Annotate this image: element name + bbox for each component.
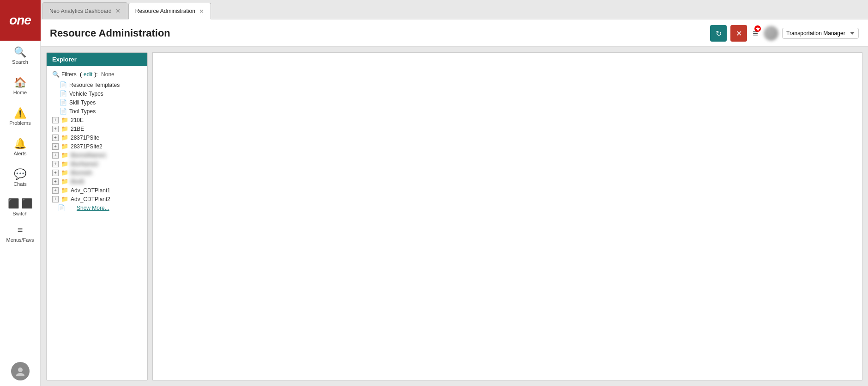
doc-icon: 📄: [60, 81, 67, 88]
refresh-icon: ↻: [716, 29, 722, 38]
filter-edit-open: (: [78, 71, 82, 78]
tree-item-show-more[interactable]: 📄 Show More...: [48, 203, 145, 212]
filter-value: None: [101, 71, 115, 78]
sidebar-item-home[interactable]: 🏠 Home: [0, 71, 40, 102]
sidebar-item-problems[interactable]: ⚠️ Problems: [0, 102, 40, 132]
expand-icon-blurred-4[interactable]: +: [52, 178, 59, 185]
tree-label-28371psite2: 28371PSite2: [71, 143, 102, 150]
expand-icon-blurred-2[interactable]: +: [52, 161, 59, 167]
svg-marker-2: [756, 27, 760, 31]
sidebar-label-chats: Chats: [13, 181, 27, 187]
tree-label-blurred-2: BlurName2: [71, 161, 98, 167]
user-select-wrap: Transportation Manager: [764, 26, 859, 41]
app-logo[interactable]: one: [0, 0, 41, 41]
tree-item-blurred-1[interactable]: + 📁 BlurredName1: [48, 151, 145, 159]
tree-label-blurred-1: BlurredName1: [71, 152, 106, 159]
close-button[interactable]: ✕: [730, 25, 747, 42]
page-title: Resource Administration: [50, 27, 170, 39]
switch-icon-right: ⬛: [21, 198, 33, 209]
tree-item-blurred-4[interactable]: + 📁 BlurB: [48, 177, 145, 186]
tree-label-vehicle-types: Vehicle Types: [69, 91, 103, 97]
expand-icon-28371psite[interactable]: +: [52, 135, 59, 141]
expand-icon-adv-cdtplant1[interactable]: +: [52, 187, 59, 194]
doc-icon-tool: 📄: [60, 108, 67, 115]
content-header: Resource Administration ↻ ✕ ≡ Transporta…: [41, 19, 868, 47]
folder-icon-blurred-4: 📁: [61, 178, 68, 185]
tree-label-adv-cdtplant1: Adv_CDTPlant1: [71, 187, 110, 194]
folder-icon-blurred-1: 📁: [61, 152, 68, 159]
folder-icon-adv-cdtplant1: 📁: [61, 187, 68, 194]
sidebar-label-home: Home: [13, 90, 27, 95]
main-area: Neo Analytics Dashboard ✕ Resource Admin…: [41, 0, 868, 386]
expand-icon-28371psite2[interactable]: +: [52, 143, 59, 150]
filter-edit-close: ):: [94, 71, 99, 78]
tab-neo-analytics-close[interactable]: ✕: [115, 8, 121, 14]
tree-item-28371psite[interactable]: + 📁 28371PSite: [48, 133, 145, 142]
refresh-button[interactable]: ↻: [710, 25, 727, 42]
tab-bar: Neo Analytics Dashboard ✕ Resource Admin…: [41, 0, 868, 19]
expand-icon-21be[interactable]: +: [52, 126, 59, 132]
tab-neo-analytics[interactable]: Neo Analytics Dashboard ✕: [42, 2, 127, 19]
content-body: Explorer 🔍 Filters ( edit ): None 📄 Reso…: [41, 47, 868, 386]
tree-label-28371psite: 28371PSite: [71, 135, 99, 141]
sidebar: one 🔍 Search 🏠 Home ⚠️ Problems 🔔 Alerts…: [0, 0, 41, 386]
expand-icon-blurred-1[interactable]: +: [52, 152, 59, 159]
tree-item-blurred-3[interactable]: + 📁 BlurredA: [48, 168, 145, 177]
tree-item-blurred-2[interactable]: + 📁 BlurName2: [48, 159, 145, 168]
header-actions: ↻ ✕ ≡ Transportation Manager: [710, 25, 859, 42]
folder-icon-28371psite2: 📁: [61, 143, 68, 150]
logo-text: one: [9, 13, 31, 28]
sidebar-item-menus-favs[interactable]: ≡ Menus/Favs: [0, 218, 40, 249]
expand-icon-adv-cdtplant2[interactable]: +: [52, 196, 59, 202]
user-avatar-small: [764, 26, 778, 41]
explorer-panel: Explorer 🔍 Filters ( edit ): None 📄 Reso…: [46, 52, 148, 380]
tree-item-210e[interactable]: + 📁 210E: [48, 116, 145, 124]
sidebar-bottom: [11, 362, 30, 380]
folder-icon-blurred-3: 📁: [61, 169, 68, 176]
sidebar-item-alerts[interactable]: 🔔 Alerts: [0, 132, 40, 163]
filter-edit-link[interactable]: edit: [84, 71, 92, 78]
show-more-label[interactable]: Show More...: [67, 205, 109, 211]
tree-label-adv-cdtplant2: Adv_CDTPlant2: [71, 196, 110, 202]
close-icon: ✕: [736, 29, 742, 38]
tree-label-210e: 210E: [71, 117, 84, 123]
explorer-body: 🔍 Filters ( edit ): None 📄 Resource Temp…: [47, 66, 147, 380]
sidebar-item-chats[interactable]: 💬 Chats: [0, 163, 40, 193]
user-avatar[interactable]: [11, 362, 30, 380]
expand-icon-210e[interactable]: +: [52, 117, 59, 123]
tree-item-skill-types[interactable]: 📄 Skill Types: [48, 98, 145, 107]
sidebar-label-problems: Problems: [9, 120, 30, 126]
folder-icon-21be: 📁: [61, 125, 68, 132]
tree-label-blurred-3: BlurredA: [71, 170, 92, 176]
doc-icon-vehicle: 📄: [60, 90, 67, 97]
tree-label-skill-types: Skill Types: [69, 99, 96, 106]
tree-item-vehicle-types[interactable]: 📄 Vehicle Types: [48, 89, 145, 98]
search-icon: 🔍: [14, 47, 26, 57]
sidebar-label-menus-favs: Menus/Favs: [6, 237, 34, 243]
tree-item-tool-types[interactable]: 📄 Tool Types: [48, 107, 145, 116]
tab-resource-admin[interactable]: Resource Administration ✕: [128, 3, 211, 19]
tree-item-21be[interactable]: + 📁 21BE: [48, 124, 145, 133]
notification-badge: [754, 25, 761, 32]
tab-resource-admin-close[interactable]: ✕: [199, 8, 204, 14]
sidebar-label-alerts: Alerts: [13, 151, 26, 156]
sidebar-item-search[interactable]: 🔍 Search: [0, 41, 40, 71]
show-more-icon: 📄: [58, 204, 65, 211]
explorer-header: Explorer: [47, 53, 147, 66]
filter-search-icon: 🔍: [52, 71, 60, 78]
tree-label-tool-types: Tool Types: [69, 108, 96, 115]
tree-item-adv-cdtplant2[interactable]: + 📁 Adv_CDTPlant2: [48, 195, 145, 203]
tree-item-resource-templates[interactable]: 📄 Resource Templates: [48, 80, 145, 89]
switch-icon-left: ⬛: [8, 198, 19, 209]
warning-icon: ⚠️: [14, 108, 26, 118]
chat-icon: 💬: [14, 169, 26, 179]
tree-label-resource-templates: Resource Templates: [69, 82, 120, 88]
expand-icon-blurred-3[interactable]: +: [52, 170, 59, 176]
tree-item-adv-cdtplant1[interactable]: + 📁 Adv_CDTPlant1: [48, 186, 145, 195]
home-icon: 🏠: [14, 78, 26, 88]
filter-label: Filters: [61, 71, 77, 78]
tree-item-28371psite2[interactable]: + 📁 28371PSite2: [48, 142, 145, 151]
folder-icon-210e: 📁: [61, 116, 68, 123]
user-role-select[interactable]: Transportation Manager: [782, 28, 859, 39]
notification-button[interactable]: ≡: [751, 26, 760, 41]
